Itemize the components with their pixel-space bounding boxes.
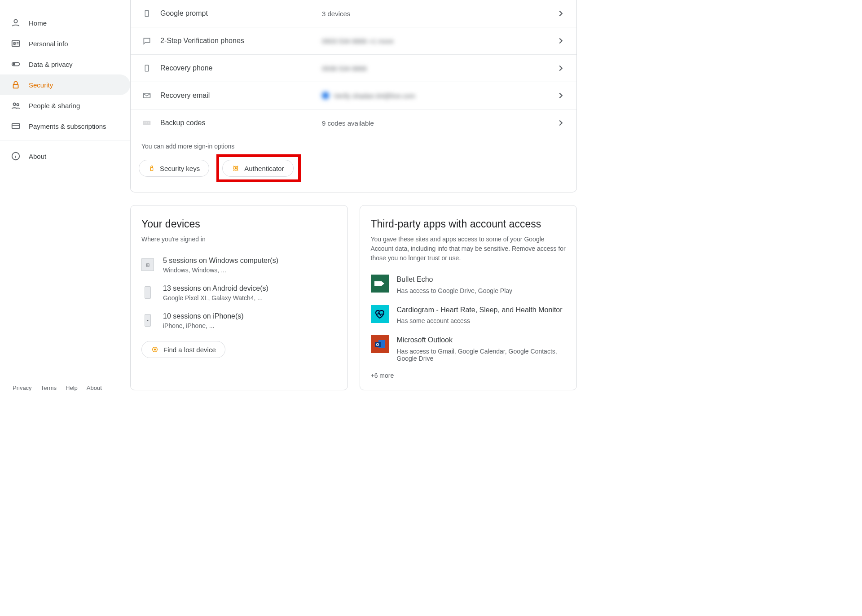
option-recovery-phone[interactable]: Recovery phone 0936 534 6866 (131, 54, 576, 82)
svg-point-2 (13, 42, 15, 44)
sidebar-item-label: About (29, 153, 46, 160)
option-value: 9 codes available (322, 119, 556, 127)
windows-icon: ⊞ (141, 258, 154, 271)
footer-help[interactable]: Help (66, 384, 78, 391)
option-value: Verify shadan.64@live.com (322, 92, 556, 100)
message-icon (141, 35, 152, 46)
option-backup-codes[interactable]: Backup codes 9 codes available (131, 109, 576, 136)
home-icon (11, 18, 21, 28)
device-title: 13 sessions on Android device(s) (163, 284, 268, 293)
app-item[interactable]: O Microsoft Outlook Has access to Gmail,… (371, 330, 566, 367)
device-item[interactable]: 13 sessions on Android device(s) Google … (141, 279, 337, 307)
svg-rect-17 (150, 168, 153, 171)
footer-terms[interactable]: Terms (41, 384, 57, 391)
svg-rect-5 (13, 84, 18, 88)
device-sub: Google Pixel XL, Galaxy Watch4, ... (163, 294, 268, 301)
sidebar-item-data-privacy[interactable]: Data & privacy (0, 54, 130, 74)
sidebar-item-label: Data & privacy (29, 61, 73, 68)
svg-point-4 (13, 63, 15, 65)
nav-divider (0, 140, 130, 140)
app-item[interactable]: Bullet Echo Has access to Google Drive, … (371, 269, 566, 300)
android-phone-icon (145, 286, 151, 299)
chevron-right-icon (556, 63, 566, 73)
footer-about[interactable]: About (87, 384, 102, 391)
chevron-right-icon (556, 9, 566, 18)
target-icon (151, 345, 159, 354)
svg-rect-11 (145, 65, 149, 71)
devices-subtitle: Where you're signed in (141, 235, 337, 244)
option-recovery-email[interactable]: Recovery email Verify shadan.64@live.com (131, 82, 576, 109)
people-icon (11, 100, 21, 110)
svg-point-15 (146, 122, 147, 123)
app-title: Bullet Echo (397, 275, 513, 284)
phone-icon (141, 8, 152, 19)
app-sub: Has access to Gmail, Google Calendar, Go… (397, 348, 566, 362)
highlight-box: Authenticator (216, 154, 300, 182)
devices-title: Your devices (141, 218, 337, 230)
thirdparty-title: Third-party apps with account access (371, 218, 566, 230)
svg-text:O: O (376, 342, 379, 347)
footer-privacy[interactable]: Privacy (13, 384, 32, 391)
sidebar-item-label: Personal info (29, 40, 68, 48)
svg-point-16 (148, 122, 149, 123)
svg-rect-10 (145, 10, 149, 17)
device-sub: Windows, Windows, ... (163, 266, 278, 274)
app-icon-outlook: O (371, 335, 389, 353)
app-item[interactable]: Cardiogram - Heart Rate, Sleep, and Heal… (371, 300, 566, 330)
thirdparty-desc: You gave these sites and apps access to … (371, 235, 566, 263)
more-apps-link[interactable]: +6 more (371, 372, 566, 379)
sidebar-item-people-sharing[interactable]: People & sharing (0, 95, 130, 116)
authenticator-icon (232, 164, 240, 172)
app-title: Microsoft Outlook (397, 335, 566, 345)
chip-label: Authenticator (244, 165, 284, 172)
svg-point-19 (235, 168, 237, 169)
chip-label: Security keys (160, 165, 200, 172)
keypad-icon (141, 118, 152, 128)
option-value: 0936 534 6866 (322, 65, 556, 72)
option-label: Recovery email (160, 92, 322, 100)
more-signin-section: You can add more sign-in options Securit… (131, 136, 576, 192)
svg-point-7 (17, 104, 19, 106)
app-icon-cardiogram (371, 305, 389, 323)
footer-links: Privacy Terms Help About (0, 384, 130, 399)
option-google-prompt[interactable]: Google prompt 3 devices (131, 0, 576, 27)
sidebar-item-personal-info[interactable]: Personal info (0, 33, 130, 54)
device-title: 5 sessions on Windows computer(s) (163, 257, 278, 265)
device-sub: iPhone, iPhone, ... (163, 322, 244, 329)
phone-icon (141, 63, 152, 74)
status-dot-icon (322, 92, 329, 99)
app-icon-bullet-echo (371, 275, 389, 293)
app-sub: Has some account access (397, 317, 563, 324)
chip-security-keys[interactable]: Security keys (139, 160, 209, 177)
sidebar-item-about[interactable]: About (0, 146, 130, 166)
option-label: 2-Step Verification phones (160, 37, 322, 45)
sidebar-item-label: Home (29, 19, 47, 27)
thirdparty-card: Third-party apps with account access You… (360, 205, 577, 390)
main-content: Google prompt 3 devices 2-Step Verificat… (130, 0, 581, 399)
option-2sv-phones[interactable]: 2-Step Verification phones 0903 534 6866… (131, 27, 576, 54)
sidebar-item-payments[interactable]: Payments & subscriptions (0, 116, 130, 136)
more-signin-text: You can add more sign-in options (139, 143, 576, 150)
iphone-icon: • (145, 314, 151, 327)
device-item[interactable]: • 10 sessions on iPhone(s) iPhone, iPhon… (141, 307, 337, 335)
chevron-right-icon (556, 91, 566, 100)
option-label: Recovery phone (160, 64, 322, 72)
chip-label: Find a lost device (163, 346, 216, 354)
device-item[interactable]: ⊞ 5 sessions on Windows computer(s) Wind… (141, 251, 337, 279)
option-value: 0903 534 6866 +1 more (322, 37, 556, 45)
sidebar-item-label: People & sharing (29, 102, 80, 109)
app-sub: Has access to Google Drive, Google Play (397, 287, 513, 294)
sidebar-item-security[interactable]: Security (0, 74, 130, 95)
chevron-right-icon (556, 118, 566, 128)
option-label: Google prompt (160, 9, 322, 17)
chevron-right-icon (556, 36, 566, 46)
svg-point-6 (13, 103, 16, 106)
sidebar: Home Personal info Data & privacy Securi… (0, 0, 130, 399)
chip-authenticator[interactable]: Authenticator (222, 160, 293, 177)
info-icon (11, 151, 21, 161)
sidebar-item-home[interactable]: Home (0, 13, 130, 33)
svg-point-21 (154, 349, 156, 350)
find-lost-device-button[interactable]: Find a lost device (141, 341, 225, 358)
envelope-icon (141, 90, 152, 101)
key-icon (148, 164, 155, 172)
